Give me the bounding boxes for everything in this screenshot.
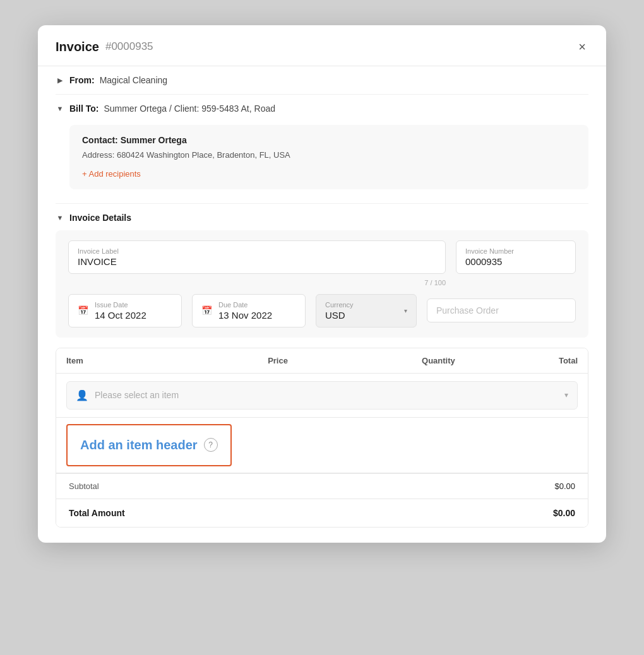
- modal-body: ▶ From: Magical Cleaning ▼ Bill To: Summ…: [38, 66, 606, 543]
- from-value: Magical Cleaning: [100, 75, 167, 85]
- bill-to-value: Summer Ortega / Client: 959-5483 At, Roa…: [104, 103, 275, 114]
- select-item-row: 👤 Please select an item ▾: [56, 373, 588, 417]
- invoice-label-group: Invoice Label INVOICE 7 / 100: [68, 240, 446, 286]
- subtotal-row: Subtotal $0.00: [56, 473, 588, 499]
- label-number-row: Invoice Label INVOICE 7 / 100 Invoice Nu…: [68, 240, 576, 286]
- invoice-label-box[interactable]: Invoice Label INVOICE: [68, 240, 446, 274]
- invoice-number-value: 0000935: [465, 256, 566, 267]
- total-label: Total Amount: [69, 508, 125, 518]
- calendar-icon-issue: 📅: [78, 305, 88, 316]
- items-table-body: 👤 Please select an item ▾ Add an item he…: [56, 373, 588, 473]
- total-row: Total Amount $0.00: [56, 499, 588, 527]
- issue-date-value: 14 Oct 2022: [95, 310, 146, 321]
- due-date-box[interactable]: 📅 Due Date 13 Nov 2022: [192, 294, 306, 328]
- calendar-icon-due: 📅: [201, 305, 212, 316]
- modal-title: Invoice: [56, 40, 99, 54]
- close-button[interactable]: ×: [576, 38, 588, 56]
- col-price-header: Price: [172, 348, 298, 374]
- currency-group: Currency USD: [325, 301, 354, 321]
- col-item-header: Item: [56, 348, 172, 374]
- from-label: From:: [69, 75, 95, 85]
- modal-invoice-number: #0000935: [105, 40, 153, 53]
- items-table-container: Item Price Quantity Total 👤 Please selec…: [56, 348, 588, 528]
- bill-to-address: Address: 680424 Washington Place, Braden…: [82, 149, 576, 162]
- issue-date-label: Issue Date: [95, 301, 146, 309]
- invoice-number-field-label: Invoice Number: [465, 247, 566, 255]
- add-header-row: Add an item header ?: [56, 417, 588, 473]
- due-date-label: Due Date: [218, 301, 272, 309]
- purchase-order-box[interactable]: Purchase Order: [427, 298, 576, 322]
- help-icon-text: ?: [208, 440, 213, 449]
- details-chevron-icon[interactable]: ▼: [56, 214, 64, 221]
- total-value: $0.00: [553, 508, 575, 518]
- invoice-details-label: Invoice Details: [69, 213, 131, 223]
- col-total-header: Total: [465, 348, 588, 374]
- bill-to-header: ▼ Bill To: Summer Ortega / Client: 959-5…: [56, 103, 588, 114]
- modal-title-group: Invoice #0000935: [56, 40, 153, 54]
- modal-header: Invoice #0000935 ×: [38, 25, 606, 66]
- subtotal-value: $0.00: [554, 481, 575, 491]
- add-header-highlight-box: Add an item header ?: [66, 424, 232, 466]
- subtotal-label: Subtotal: [69, 481, 99, 491]
- purchase-order-placeholder: Purchase Order: [436, 305, 499, 316]
- due-date-value: 13 Nov 2022: [218, 310, 272, 321]
- items-table-header-row: Item Price Quantity Total: [56, 348, 588, 374]
- select-item-dropdown[interactable]: 👤 Please select an item ▾: [66, 381, 578, 410]
- items-table: Item Price Quantity Total 👤 Please selec…: [56, 348, 588, 473]
- invoice-details-section: ▼ Invoice Details Invoice Label INVOICE …: [56, 204, 588, 338]
- from-chevron-icon[interactable]: ▶: [56, 76, 64, 85]
- invoice-modal: Invoice #0000935 × ▶ From: Magical Clean…: [38, 25, 606, 543]
- from-section-row: ▶ From: Magical Cleaning: [56, 66, 588, 95]
- currency-dropdown-icon: ▾: [404, 307, 407, 314]
- select-item-placeholder: Please select an item: [95, 390, 558, 400]
- currency-value: USD: [325, 310, 354, 321]
- bill-to-chevron-icon[interactable]: ▼: [56, 105, 64, 112]
- subtotals-area: Subtotal $0.00 Total Amount $0.00: [56, 473, 588, 527]
- item-search-icon: 👤: [76, 389, 88, 401]
- add-header-cell: Add an item header ?: [56, 417, 588, 473]
- issue-date-group: Issue Date 14 Oct 2022: [95, 301, 146, 321]
- invoice-number-box[interactable]: Invoice Number 0000935: [456, 240, 576, 274]
- due-date-group: Due Date 13 Nov 2022: [218, 301, 272, 321]
- items-table-head: Item Price Quantity Total: [56, 348, 588, 374]
- invoice-number-group: Invoice Number 0000935: [456, 240, 576, 274]
- invoice-details-card: Invoice Label INVOICE 7 / 100 Invoice Nu…: [56, 230, 588, 338]
- invoice-label-field-label: Invoice Label: [78, 247, 436, 255]
- col-quantity-header: Quantity: [298, 348, 465, 374]
- add-recipients-link[interactable]: + Add recipients: [82, 169, 141, 179]
- bill-to-section-row: ▼ Bill To: Summer Ortega / Client: 959-5…: [56, 95, 588, 204]
- bill-to-contact: Contact: Summer Ortega: [82, 135, 576, 145]
- char-count: 7 / 100: [68, 279, 446, 286]
- add-header-button[interactable]: Add an item header ?: [68, 425, 230, 465]
- add-header-text: Add an item header: [80, 438, 198, 452]
- help-icon[interactable]: ?: [204, 438, 218, 452]
- bill-to-card: Contact: Summer Ortega Address: 680424 W…: [69, 125, 588, 189]
- bill-to-label: Bill To:: [69, 103, 98, 114]
- select-item-chevron-icon: ▾: [564, 391, 568, 399]
- invoice-details-header: ▼ Invoice Details: [56, 204, 588, 230]
- select-item-cell: 👤 Please select an item ▾: [56, 373, 588, 417]
- currency-select-box[interactable]: Currency USD ▾: [316, 294, 417, 328]
- issue-date-box[interactable]: 📅 Issue Date 14 Oct 2022: [68, 294, 182, 328]
- dates-row: 📅 Issue Date 14 Oct 2022 📅 Due Date 13 N…: [68, 294, 576, 328]
- invoice-label-value: INVOICE: [78, 256, 436, 267]
- currency-label: Currency: [325, 301, 354, 309]
